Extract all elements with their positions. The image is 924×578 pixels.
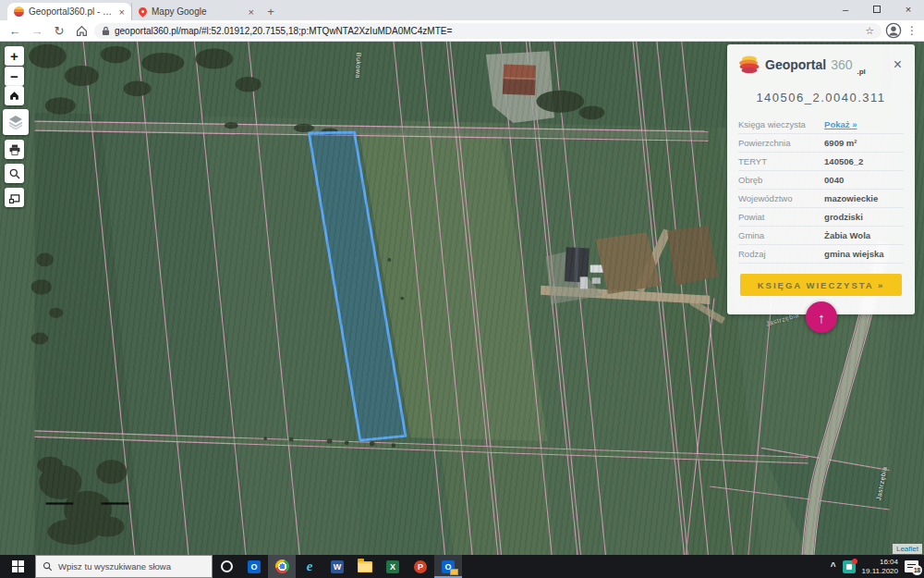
row-label: Księga wieczysta <box>738 119 824 129</box>
close-button[interactable]: × <box>893 0 924 18</box>
row-value: mazowieckie <box>824 193 904 203</box>
messaging-app-icon[interactable] <box>843 560 856 573</box>
home-view-button[interactable] <box>5 86 24 105</box>
taskbar-search[interactable]: Wpisz tu wyszukiwane słowa <box>35 555 213 578</box>
cortana-icon <box>221 560 233 572</box>
word-icon: W <box>331 560 344 573</box>
restore-button[interactable] <box>861 0 893 18</box>
measure-area-icon <box>8 191 21 204</box>
taskbar-clock[interactable]: 16:04 19.11.2020 <box>862 558 898 576</box>
detail-row: Księga wieczysta Pokaż » <box>738 116 904 134</box>
powerpoint-icon: P <box>414 560 427 573</box>
ksiega-wieczysta-button[interactable]: KSIĘGA WIECZYSTA » <box>740 274 902 296</box>
lock-icon <box>102 26 110 36</box>
chrome-icon <box>275 560 289 573</box>
internet-explorer-button[interactable]: e <box>296 555 323 578</box>
home-icon <box>76 25 88 37</box>
tab-google-maps[interactable]: Mapy Google × <box>131 3 261 20</box>
word-button[interactable]: W <box>323 555 351 578</box>
geoportal-brand: Geoportal360.pl <box>738 54 892 76</box>
envelope-icon <box>450 569 458 575</box>
detail-row: Gmina Żabia Wola <box>738 227 904 245</box>
show-kw-link[interactable]: Pokaż » <box>824 119 904 129</box>
detail-row: Obręb 0040 <box>738 171 904 190</box>
outlook-button[interactable]: O <box>240 555 268 578</box>
tab-close-icon[interactable]: × <box>249 6 254 18</box>
minimize-button[interactable]: – <box>830 0 861 18</box>
tab-title: Mapy Google <box>152 6 244 17</box>
windows-logo-icon <box>12 560 24 572</box>
tab-title: Geoportal360.pl - Mapa Interakt <box>29 6 115 17</box>
url-text[interactable]: geoportal360.pl/map/#l:52.01912,20.7155,… <box>115 26 860 36</box>
row-label: TERYT <box>738 156 824 166</box>
new-tab-button[interactable]: + <box>261 3 281 20</box>
powerpoint-button[interactable]: P <box>407 555 434 578</box>
browser-toolbar: ← → ↻ geoportal360.pl/map/#l:52.01912,20… <box>0 20 924 42</box>
detail-row: Województwo mazowieckie <box>738 190 904 208</box>
clock-time: 16:04 <box>862 558 898 567</box>
leaflet-attribution[interactable]: Leaflet <box>893 544 922 554</box>
internet-explorer-icon: e <box>307 559 313 574</box>
map-canvas[interactable]: Bukowa Jastrzębia Jastrzębia + − <box>0 42 924 555</box>
red-roof-building <box>503 64 536 95</box>
maps-pin-favicon-icon <box>137 6 149 18</box>
row-label: Powiat <box>738 212 824 222</box>
search-button[interactable] <box>5 164 24 183</box>
reload-button[interactable]: ↻ <box>50 21 68 40</box>
bookmark-star-icon[interactable]: ☆ <box>865 25 874 37</box>
row-value: 140506_2 <box>824 156 904 166</box>
row-value: Żabia Wola <box>824 230 904 240</box>
outlook-icon: O <box>248 560 261 573</box>
back-button[interactable]: ← <box>6 21 24 40</box>
tab-close-icon[interactable]: × <box>119 6 125 18</box>
chrome-button[interactable] <box>268 555 296 578</box>
zoom-out-button[interactable]: − <box>5 67 24 86</box>
detail-row: Rodzaj gmina wiejska <box>738 245 904 264</box>
layers-button[interactable] <box>3 109 29 135</box>
row-label: Obręb <box>738 175 824 185</box>
desktop-screen: Geoportal360.pl - Mapa Interakt × Mapy G… <box>0 0 924 578</box>
restore-icon <box>873 6 881 13</box>
panel-close-icon[interactable]: × <box>892 56 904 73</box>
measure-button[interactable] <box>5 188 24 207</box>
profile-avatar[interactable] <box>885 22 902 39</box>
outlook-mail-button[interactable]: O <box>434 555 462 578</box>
printer-icon <box>8 143 21 156</box>
row-label: Powierzchnia <box>738 138 824 148</box>
search-icon <box>43 561 53 572</box>
file-explorer-button[interactable] <box>351 555 379 578</box>
forward-button[interactable]: → <box>28 21 46 40</box>
arrow-up-icon: ↑ <box>818 310 825 326</box>
tray-chevron-icon[interactable]: ^ <box>831 561 836 572</box>
excel-button[interactable]: X <box>379 555 407 578</box>
home-button[interactable] <box>72 21 91 40</box>
brand-360: 360 <box>831 57 852 72</box>
house-icon <box>8 90 20 102</box>
address-bar[interactable]: geoportal360.pl/map/#l:52.01912,20.7155,… <box>94 23 881 39</box>
notification-badge: 18 <box>912 565 922 575</box>
parcel-id: 140506_2.0040.311 <box>738 91 904 105</box>
tab-geoportal[interactable]: Geoportal360.pl - Mapa Interakt × <box>7 3 131 20</box>
print-button[interactable] <box>5 140 24 159</box>
browser-menu-icon[interactable]: ⋮ <box>906 24 918 37</box>
excel-icon: X <box>386 560 399 573</box>
layers-icon <box>6 113 25 131</box>
row-label: Gmina <box>738 230 824 240</box>
row-value: 0040 <box>824 175 904 185</box>
start-button[interactable] <box>0 555 35 578</box>
road-label: Bukowa <box>355 53 362 79</box>
cortana-button[interactable] <box>213 555 240 578</box>
scroll-up-fab-button[interactable]: ↑ <box>806 301 837 333</box>
windows-taskbar: Wpisz tu wyszukiwane słowa O e W X P O ^… <box>0 555 924 578</box>
geoportal-logo-icon <box>738 54 760 76</box>
row-value: grodziski <box>824 212 904 222</box>
row-label: Rodzaj <box>738 249 824 259</box>
zoom-in-button[interactable]: + <box>5 46 24 66</box>
row-label: Województwo <box>738 193 824 203</box>
detail-row: Powiat grodziski <box>738 208 904 227</box>
brand-name: Geoportal <box>765 57 826 72</box>
detail-row: Powierzchnia 6909 m² <box>738 134 904 153</box>
geoportal-favicon-icon <box>14 6 24 17</box>
action-center-button[interactable]: 18 <box>905 560 918 572</box>
parcel-info-panel: Geoportal360.pl × 140506_2.0040.311 Księ… <box>727 44 915 314</box>
